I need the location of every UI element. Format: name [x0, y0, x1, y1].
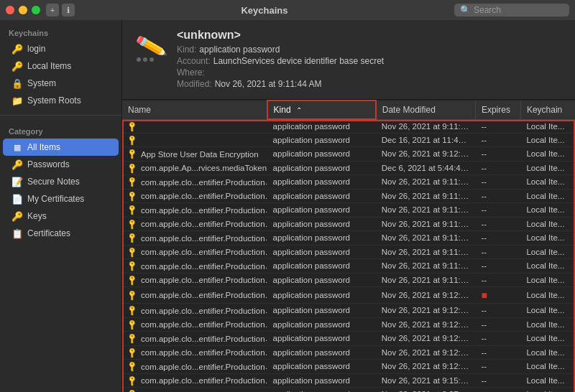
- cell-modified: Dec 6, 2021 at 5:44:48 PM: [376, 161, 476, 175]
- cell-kind: application password: [267, 287, 376, 304]
- sidebar-item-certificates[interactable]: 📋 Certificates: [3, 225, 119, 242]
- minimize-button[interactable]: [19, 6, 27, 14]
- row-icon: 🔑com.apple.clo...entifier.Production: [128, 376, 265, 385]
- table-row[interactable]: 🔑com.apple.clo...entifier.Productionappl…: [122, 273, 575, 287]
- cell-expires: --: [475, 119, 520, 134]
- cell-keychain: Local Ite...: [520, 373, 575, 388]
- row-icon: 🔑: [128, 136, 141, 144]
- table-row[interactable]: 🔑com.apple.clo...entifier.Productionappl…: [122, 304, 575, 318]
- cell-kind: application password: [267, 259, 376, 274]
- search-input[interactable]: [474, 5, 564, 15]
- table-row[interactable]: 🔑com.apple.clo...entifier.Productionappl…: [122, 373, 575, 388]
- info-button[interactable]: ℹ: [62, 4, 75, 17]
- cell-kind: application password: [267, 134, 376, 147]
- cell-kind: application password: [267, 147, 376, 162]
- table-row[interactable]: 🔑com.apple.clo...entifier.Productionappl…: [122, 203, 575, 218]
- cell-name: 🔑com.apple.clo...entifier.Production: [122, 231, 267, 246]
- detail-where-row: Where:: [177, 67, 564, 78]
- cell-keychain: Local Ite...: [520, 345, 575, 360]
- cell-modified: Nov 26, 2021 at 9:12:30...: [376, 345, 476, 360]
- traffic-lights: [6, 6, 40, 14]
- table-row[interactable]: 🔑application passwordNov 26, 2021 at 9:1…: [122, 119, 575, 134]
- row-icon: 🔑com.apple.clo...entifier.Production: [128, 206, 265, 215]
- sidebar-item-label: All Items: [27, 142, 60, 152]
- sidebar-item-keys[interactable]: 🔑 Keys: [3, 207, 119, 225]
- cell-expires: ■: [475, 287, 520, 304]
- table-row[interactable]: 🔑com.apple.clo...entifier.Productionappl…: [122, 287, 575, 304]
- sidebar-divider: [0, 115, 121, 116]
- cell-expires: --: [475, 189, 520, 203]
- item-icon-container: ✏️: [134, 29, 168, 63]
- table-row[interactable]: 🔑com.apple.clo...entifier.Productionappl…: [122, 345, 575, 360]
- login-icon: 🔑: [12, 43, 23, 55]
- dot-3: [150, 57, 154, 62]
- cell-name: 🔑com.apple.clo...entifier.Production: [122, 345, 267, 360]
- table-row[interactable]: 🔑App Store User Data Encryptionapplicati…: [122, 147, 575, 162]
- col-header-name[interactable]: Name: [122, 101, 267, 119]
- table-row[interactable]: 🔑com.apple.clo...entifier.Productionappl…: [122, 317, 575, 332]
- sidebar-item-my-certificates[interactable]: 📄 My Certificates: [3, 190, 119, 207]
- add-button[interactable]: +: [46, 4, 59, 17]
- cell-kind: application password: [267, 360, 376, 374]
- cell-name: 🔑com.apple.clo...entifier.Production: [122, 304, 267, 318]
- table-row[interactable]: 🔑com.apple.Ap...rvices.mediaTokenapplica…: [122, 161, 575, 175]
- modified-value: Nov 26, 2021 at 9:11:44 AM: [215, 79, 322, 89]
- close-button[interactable]: [6, 6, 14, 14]
- detail-title: <unknown>: [177, 29, 564, 42]
- detail-account-row: Account: LaunchServices device identifie…: [177, 56, 564, 66]
- cell-kind: application password: [267, 203, 376, 218]
- table-row[interactable]: 🔑com.apple.clo...entifier.Productionappl…: [122, 245, 575, 259]
- sidebar-item-passwords[interactable]: 🔑 Passwords: [3, 156, 119, 173]
- sidebar-item-system-roots[interactable]: 📁 System Roots: [3, 92, 119, 109]
- cell-kind: application password: [267, 231, 376, 246]
- row-icon: 🔑: [128, 123, 141, 131]
- sidebar-item-label: login: [27, 44, 45, 54]
- table-container[interactable]: Name Kind ⌃ Date Modified Expires: [122, 100, 575, 392]
- table-row[interactable]: 🔑com.apple.clo...entifier.Productionappl…: [122, 217, 575, 231]
- table-row[interactable]: 🔑application passwordDec 16, 2021 at 11:…: [122, 134, 575, 147]
- table-row[interactable]: 🔑com.apple.clo...entifier.Productionappl…: [122, 388, 575, 393]
- cell-modified: Nov 26, 2021 at 9:11:52 A...: [376, 245, 476, 259]
- cell-keychain: Local Ite...: [520, 231, 575, 246]
- sidebar-item-local-items[interactable]: 🔑 Local Items: [3, 57, 119, 75]
- col-header-kind[interactable]: Kind ⌃: [267, 101, 376, 119]
- cell-name: 🔑com.apple.clo...entifier.Production: [122, 273, 267, 287]
- cell-modified: Nov 26, 2021 at 9:27:47...: [376, 388, 476, 393]
- row-icon: 🔑com.apple.clo...entifier.Production: [128, 307, 265, 315]
- table-row[interactable]: 🔑com.apple.clo...entifier.Productionappl…: [122, 360, 575, 374]
- cell-keychain: Local Ite...: [520, 245, 575, 259]
- dot-1: [137, 57, 141, 62]
- detail-header: ✏️ <unknown> Kind: application password …: [122, 20, 575, 100]
- table-row[interactable]: 🔑com.apple.clo...entifier.Productionappl…: [122, 332, 575, 346]
- table-row[interactable]: 🔑com.apple.clo...entifier.Productionappl…: [122, 175, 575, 190]
- content-area: ✏️ <unknown> Kind: application password …: [122, 20, 575, 392]
- table-row[interactable]: 🔑com.apple.clo...entifier.Productionappl…: [122, 259, 575, 274]
- cell-keychain: Local Ite...: [520, 332, 575, 346]
- sidebar-item-login[interactable]: 🔑 login: [3, 40, 119, 57]
- cell-modified: Nov 26, 2021 at 9:15:00...: [376, 373, 476, 388]
- table-row[interactable]: 🔑com.apple.clo...entifier.Productionappl…: [122, 189, 575, 203]
- cell-kind: application password: [267, 388, 376, 393]
- row-icon: 🔑com.apple.clo...entifier.Production: [128, 291, 265, 299]
- row-icon: 🔑com.apple.clo...entifier.Production: [128, 220, 265, 228]
- certificates-icon: 📄: [12, 193, 23, 205]
- dots: [137, 57, 154, 62]
- cell-expires: --: [475, 231, 520, 246]
- col-header-modified[interactable]: Date Modified: [376, 101, 476, 119]
- cell-keychain: Local Ite...: [520, 304, 575, 318]
- table-row[interactable]: 🔑com.apple.clo...entifier.Productionappl…: [122, 231, 575, 246]
- title-bar: + ℹ Keychains 🔍: [0, 0, 575, 20]
- sidebar-item-secure-notes[interactable]: 📝 Secure Notes: [3, 173, 119, 190]
- maximize-button[interactable]: [32, 6, 40, 14]
- search-icon: 🔍: [460, 5, 471, 15]
- row-icon: 🔑com.apple.clo...entifier.Production: [128, 192, 265, 200]
- cell-name: 🔑com.apple.clo...entifier.Production: [122, 373, 267, 388]
- sidebar-item-all-items[interactable]: ▦ All Items: [3, 139, 119, 156]
- cell-modified: Nov 26, 2021 at 9:12:29...: [376, 287, 476, 304]
- col-header-expires[interactable]: Expires: [475, 101, 520, 119]
- col-header-keychain[interactable]: Keychain: [520, 101, 575, 119]
- cell-modified: Nov 26, 2021 at 9:11:48 A...: [376, 203, 476, 218]
- sidebar-item-system[interactable]: 🔒 System: [3, 75, 119, 92]
- cell-modified: Nov 26, 2021 at 9:11:56 A...: [376, 259, 476, 274]
- search-bar[interactable]: 🔍: [454, 4, 569, 17]
